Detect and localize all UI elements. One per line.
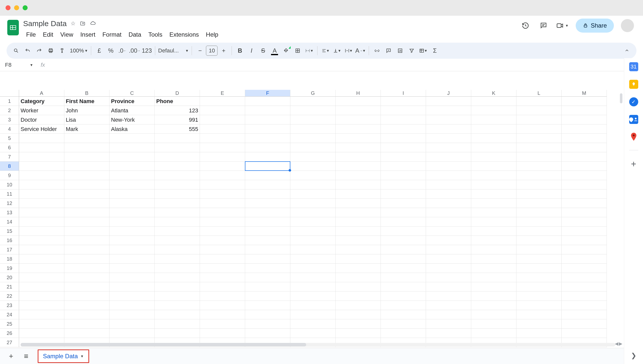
- cell[interactable]: [516, 227, 562, 236]
- cell[interactable]: [200, 264, 245, 273]
- cell[interactable]: [200, 236, 245, 245]
- cell[interactable]: [471, 152, 516, 162]
- cell[interactable]: Alaska: [110, 124, 155, 134]
- column-header[interactable]: I: [381, 90, 426, 97]
- cell[interactable]: [516, 134, 562, 143]
- row-header[interactable]: 3: [0, 115, 19, 124]
- cell[interactable]: [290, 180, 336, 189]
- cell[interactable]: [336, 329, 381, 338]
- cell[interactable]: [19, 217, 64, 227]
- column-header[interactable]: F: [245, 90, 290, 97]
- cell[interactable]: [155, 143, 200, 152]
- row-header[interactable]: 23: [0, 301, 19, 310]
- cell[interactable]: [471, 217, 516, 227]
- cell[interactable]: [110, 310, 155, 319]
- cell[interactable]: [336, 97, 381, 106]
- cell[interactable]: [471, 227, 516, 236]
- cell[interactable]: [381, 227, 426, 236]
- cell[interactable]: [562, 319, 607, 329]
- cell[interactable]: [336, 171, 381, 180]
- cell[interactable]: [64, 282, 110, 292]
- cell[interactable]: [516, 143, 562, 152]
- row-header[interactable]: 17: [0, 245, 19, 254]
- cell[interactable]: [381, 292, 426, 301]
- cell[interactable]: [562, 236, 607, 245]
- vertical-align-icon[interactable]: ▼: [332, 45, 342, 56]
- column-header[interactable]: K: [471, 90, 516, 97]
- cell[interactable]: [200, 282, 245, 292]
- cell[interactable]: [471, 301, 516, 310]
- cell[interactable]: [562, 329, 607, 338]
- cell[interactable]: [562, 227, 607, 236]
- cell[interactable]: [200, 292, 245, 301]
- cell[interactable]: [245, 97, 290, 106]
- cell[interactable]: Worker: [19, 106, 64, 115]
- cell[interactable]: [381, 236, 426, 245]
- increase-font-icon[interactable]: +: [219, 45, 229, 56]
- cell[interactable]: [200, 254, 245, 264]
- strikethrough-icon[interactable]: S: [258, 45, 268, 56]
- cell[interactable]: [381, 208, 426, 217]
- row-header[interactable]: 19: [0, 264, 19, 273]
- account-avatar[interactable]: [621, 19, 634, 32]
- cell[interactable]: [245, 310, 290, 319]
- cell[interactable]: [381, 115, 426, 124]
- cell[interactable]: [426, 152, 471, 162]
- row-header[interactable]: 26: [0, 329, 19, 338]
- cell[interactable]: [245, 134, 290, 143]
- cell[interactable]: [381, 143, 426, 152]
- cell[interactable]: [19, 143, 64, 152]
- cell[interactable]: [290, 227, 336, 236]
- move-folder-icon[interactable]: [80, 21, 86, 26]
- cell[interactable]: [64, 292, 110, 301]
- cell[interactable]: [245, 162, 290, 171]
- cell[interactable]: [471, 254, 516, 264]
- cell[interactable]: [381, 282, 426, 292]
- cell[interactable]: [516, 171, 562, 180]
- cell[interactable]: [245, 329, 290, 338]
- row-header[interactable]: 8: [0, 162, 19, 171]
- cell[interactable]: [290, 236, 336, 245]
- cell[interactable]: [19, 282, 64, 292]
- spreadsheet-grid[interactable]: ABCDEFGHIJKLM1CategoryFirst NameProvince…: [0, 90, 624, 347]
- row-header[interactable]: 11: [0, 189, 19, 199]
- cell[interactable]: [336, 319, 381, 329]
- cell[interactable]: [245, 199, 290, 208]
- cell[interactable]: [290, 208, 336, 217]
- cell[interactable]: [336, 208, 381, 217]
- cell[interactable]: Doctor: [19, 115, 64, 124]
- cell[interactable]: [471, 208, 516, 217]
- cell[interactable]: [562, 301, 607, 310]
- cell[interactable]: [381, 254, 426, 264]
- cell[interactable]: [471, 97, 516, 106]
- cell[interactable]: [155, 162, 200, 171]
- cell[interactable]: [200, 162, 245, 171]
- cell[interactable]: [245, 106, 290, 115]
- all-sheets-icon[interactable]: ≡: [20, 350, 33, 363]
- cell[interactable]: [245, 227, 290, 236]
- cell[interactable]: [426, 245, 471, 254]
- cell[interactable]: [245, 245, 290, 254]
- print-icon[interactable]: [46, 45, 56, 56]
- cell[interactable]: [64, 199, 110, 208]
- format-currency-icon[interactable]: £: [94, 45, 104, 56]
- cell[interactable]: [562, 115, 607, 124]
- cell[interactable]: Province: [110, 97, 155, 106]
- cell[interactable]: [19, 310, 64, 319]
- cell[interactable]: [381, 134, 426, 143]
- fill-color-icon[interactable]: [281, 45, 291, 56]
- row-header[interactable]: 25: [0, 319, 19, 329]
- cell[interactable]: [19, 134, 64, 143]
- contacts-addon-icon[interactable]: [629, 115, 638, 124]
- cell[interactable]: [336, 162, 381, 171]
- row-header[interactable]: 24: [0, 310, 19, 319]
- cell[interactable]: [336, 143, 381, 152]
- cell[interactable]: [155, 310, 200, 319]
- cell[interactable]: [200, 245, 245, 254]
- cell[interactable]: [471, 106, 516, 115]
- cell[interactable]: [110, 199, 155, 208]
- cell[interactable]: [290, 217, 336, 227]
- cell[interactable]: [336, 264, 381, 273]
- cell[interactable]: [200, 115, 245, 124]
- comments-icon[interactable]: [538, 20, 549, 31]
